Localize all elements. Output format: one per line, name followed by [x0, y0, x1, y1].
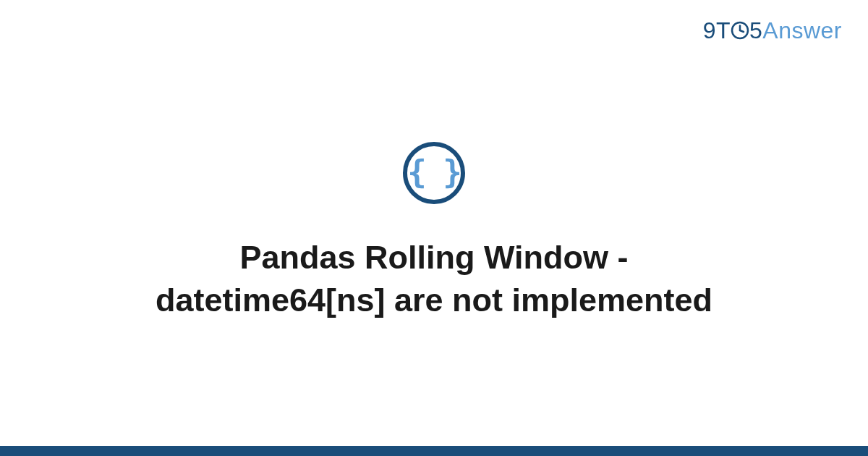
category-icon-circle: { }	[403, 142, 465, 204]
code-braces-icon: { }	[407, 156, 460, 188]
main-content: { } Pandas Rolling Window - datetime64[n…	[0, 0, 868, 456]
footer-accent-bar	[0, 446, 868, 456]
page-title: Pandas Rolling Window - datetime64[ns] a…	[109, 236, 760, 322]
